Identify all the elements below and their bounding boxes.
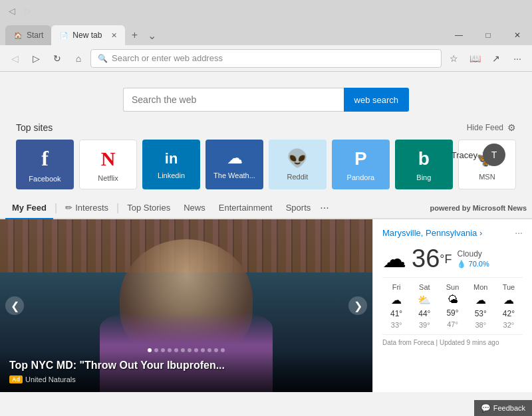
window-controls: — □ ✕ — [444, 25, 532, 45]
forecast-sat-high: 44° — [418, 309, 430, 318]
weather-precip: 💧 70.0% — [457, 260, 489, 268]
sites-grid: f Facebook N Netflix in Linkedin ☁ The W… — [16, 140, 516, 189]
dot-9[interactable] — [207, 348, 211, 352]
dot-3[interactable] — [168, 348, 172, 352]
powered-by: powered by Microsoft News — [430, 204, 527, 212]
forecast-sun-high: 59° — [446, 308, 458, 318]
feed-nav-news[interactable]: News — [177, 197, 212, 219]
hide-feed-btn[interactable]: Hide Feed ⚙ — [467, 122, 516, 133]
dot-11[interactable] — [221, 348, 225, 352]
search-button[interactable]: web search — [344, 88, 409, 112]
feed-nav-top-stories[interactable]: Top Stories — [120, 197, 177, 219]
site-tile-netflix[interactable]: N Netflix — [79, 140, 137, 189]
pandora-icon: P — [354, 148, 367, 169]
site-tile-facebook[interactable]: f Facebook — [16, 140, 74, 189]
user-area: Tracey T — [452, 144, 505, 166]
news-label: News — [184, 203, 205, 213]
maximize-btn[interactable]: □ — [473, 25, 503, 45]
article-title: Top NYC MD: "Throw Out Your Ibuprofen... — [9, 360, 363, 371]
back-btn[interactable]: ◁ — [5, 49, 24, 68]
feed-nav-sports[interactable]: Sports — [279, 197, 318, 219]
feed-nav-sep-1: | — [55, 202, 57, 214]
address-text: Search or enter web address — [112, 53, 223, 63]
user-avatar[interactable]: T — [483, 144, 505, 166]
article-next-btn[interactable]: ❯ — [348, 296, 367, 315]
feed-nav-more-btn[interactable]: ··· — [320, 202, 329, 214]
article-prev-btn[interactable]: ❮ — [5, 296, 24, 315]
forecast-fri-low: 33° — [391, 321, 402, 329]
feed-nav-my-feed[interactable]: My Feed — [5, 197, 53, 219]
forecast-mon-high: 53° — [475, 309, 487, 318]
forecast-mon-icon: ☁ — [475, 294, 486, 306]
forecast-tue: Tue ☁ 42° 32° — [495, 283, 523, 329]
forecast-mon: Mon ☁ 53° 38° — [467, 283, 495, 329]
forecast-sat-label: Sat — [419, 283, 430, 291]
forecast-sun-label: Sun — [446, 283, 460, 291]
dot-10[interactable] — [214, 348, 218, 352]
minimize-btn[interactable]: — — [444, 25, 473, 45]
feed-nav-sep-2: | — [116, 202, 119, 214]
forecast-fri: Fri ☁ 41° 33° — [382, 283, 410, 329]
weather-temp: 36 — [412, 245, 440, 272]
ad-label: Ad — [9, 375, 23, 383]
dot-6[interactable] — [188, 348, 192, 352]
forecast-tue-label: Tue — [503, 283, 515, 291]
weather-more-btn[interactable]: ··· — [515, 227, 523, 238]
forecast-sat: Sat ⛅ 44° 39° — [410, 283, 438, 329]
weather-location: Marysville, Pennsylvania › ··· — [382, 227, 523, 238]
weather-section: Marysville, Pennsylvania › ··· ☁ 36°F Cl… — [372, 219, 532, 392]
site-tile-pandora[interactable]: P Pandora — [332, 140, 390, 189]
browser-back-btn[interactable]: ◁ — [5, 4, 19, 17]
tab-start-icon: 🏠 — [13, 31, 23, 40]
dot-5[interactable] — [181, 348, 185, 352]
site-tile-weather[interactable]: ☁ The Weath... — [205, 140, 263, 189]
share-btn[interactable]: ↗ — [487, 49, 505, 68]
search-input[interactable] — [123, 88, 344, 112]
feed-nav-interests[interactable]: ✏ Interests — [59, 197, 115, 219]
forecast-sat-icon: ⛅ — [418, 294, 431, 306]
feed-nav-entertainment[interactable]: Entertainment — [212, 197, 279, 219]
page-content: web search Tracey T Top sites Hide Feed … — [0, 72, 532, 416]
address-bar[interactable]: 🔍 Search or enter web address — [90, 49, 442, 68]
search-section: web search — [0, 72, 532, 122]
close-btn[interactable]: ✕ — [503, 25, 532, 45]
browser-forward-btn[interactable]: ▷ — [21, 4, 35, 17]
dot-4[interactable] — [174, 348, 178, 352]
feedback-btn[interactable]: 💬 Feedback — [474, 400, 532, 416]
tab-start-label: Start — [27, 31, 43, 40]
tab-bar: 🏠 Start 📄 New tab ✕ + ⌄ — □ ✕ — [0, 21, 532, 45]
reddit-label: Reddit — [287, 173, 309, 181]
site-tile-bing[interactable]: b Bing — [395, 140, 453, 189]
dot-1[interactable] — [154, 348, 158, 352]
article-overlay: Top NYC MD: "Throw Out Your Ibuprofen...… — [0, 352, 372, 392]
dot-2[interactable] — [161, 348, 165, 352]
reading-list-btn[interactable]: 📖 — [466, 49, 484, 68]
search-bar: web search — [123, 88, 409, 112]
new-tab-btn[interactable]: + — [125, 25, 144, 45]
tab-menu-btn[interactable]: ⌄ — [144, 25, 160, 45]
search-address-icon: 🔍 — [98, 54, 108, 63]
weather-city[interactable]: Marysville, Pennsylvania › — [382, 228, 482, 238]
forward-btn[interactable]: ▷ — [27, 49, 45, 68]
dot-0[interactable] — [148, 348, 152, 352]
entertainment-label: Entertainment — [219, 203, 273, 213]
nav-bar: ◁ ▷ ↻ ⌂ 🔍 Search or enter web address ☆ … — [0, 45, 532, 72]
forecast-fri-high: 41° — [390, 309, 402, 318]
interests-label: Interests — [75, 203, 108, 213]
dot-8[interactable] — [201, 348, 205, 352]
weather-description: Cloudy — [457, 249, 489, 259]
forecast-tue-icon: ☁ — [503, 294, 514, 306]
site-tile-linkedin[interactable]: in Linkedin — [142, 140, 200, 189]
netflix-label: Netflix — [98, 174, 118, 182]
dot-7[interactable] — [194, 348, 198, 352]
refresh-btn[interactable]: ↻ — [48, 49, 66, 68]
favorites-btn[interactable]: ☆ — [444, 49, 463, 68]
site-tile-reddit[interactable]: 👽 Reddit — [269, 140, 327, 189]
tab-start[interactable]: 🏠 Start — [5, 25, 51, 45]
reddit-icon: 👽 — [287, 148, 308, 169]
home-btn[interactable]: ⌂ — [69, 49, 88, 68]
tab-new-tab-label: New tab — [72, 31, 102, 40]
more-btn[interactable]: ··· — [508, 49, 527, 68]
tab-new-tab[interactable]: 📄 New tab ✕ — [51, 25, 125, 45]
tab-close-btn[interactable]: ✕ — [111, 31, 117, 40]
